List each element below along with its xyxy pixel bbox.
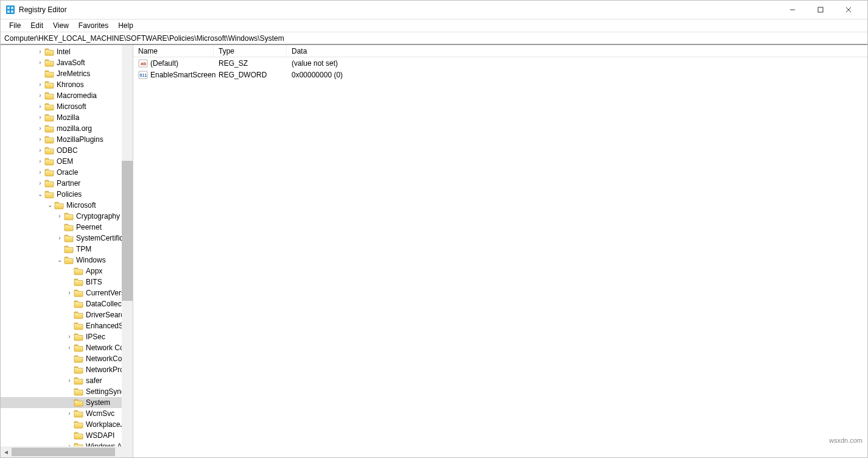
folder-icon [44, 179, 54, 188]
tree-item-network-co[interactable]: ›Network Co [1, 342, 133, 353]
tree-item-khronos[interactable]: ›Khronos [1, 79, 133, 90]
chevron-right-icon[interactable]: › [65, 289, 74, 297]
tree-item-label: Mozilla [57, 113, 79, 122]
chevron-right-icon[interactable]: › [36, 124, 44, 133]
tree-item-enhancedst[interactable]: EnhancedSt [1, 320, 133, 331]
tree-item-wcmsvc[interactable]: ›WcmSvc [1, 408, 133, 419]
chevron-right-icon[interactable]: › [65, 344, 74, 352]
menu-file[interactable]: File [4, 20, 26, 31]
tree-item-label: Intel [57, 48, 71, 56]
tree-item-jremetrics[interactable]: JreMetrics [1, 68, 133, 79]
value-row[interactable]: (Default)REG_SZ(value not set) [133, 57, 867, 69]
tree-item-datacollect[interactable]: DataCollect [1, 298, 133, 309]
tree-item-currentvers[interactable]: ›CurrentVers [1, 287, 133, 298]
tree-item-policies[interactable]: ⌄Policies [1, 189, 133, 200]
chevron-right-icon[interactable]: › [36, 102, 44, 111]
folder-icon [44, 190, 54, 199]
tree-item-mozilla-org[interactable]: ›mozilla.org [1, 123, 133, 134]
menu-edit[interactable]: Edit [26, 20, 48, 31]
menu-favorites[interactable]: Favorites [74, 20, 113, 31]
tree-item-driversearc[interactable]: DriverSearc [1, 309, 133, 320]
column-header-type[interactable]: Type [214, 45, 287, 57]
chevron-right-icon[interactable]: › [65, 409, 74, 418]
value-row[interactable]: EnableSmartScreenREG_DWORD0x00000000 (0) [133, 69, 867, 80]
chevron-right-icon[interactable]: › [36, 135, 44, 144]
tree-item-javasoft[interactable]: ›JavaSoft [1, 57, 133, 68]
tree-item-label: EnhancedSt [86, 322, 125, 330]
chevron-right-icon[interactable]: › [36, 91, 44, 100]
chevron-right-icon[interactable]: › [36, 80, 44, 89]
chevron-down-icon[interactable]: ⌄ [36, 190, 44, 199]
column-header-data[interactable]: Data [287, 45, 867, 57]
tree-item-networkco[interactable]: NetworkCo [1, 353, 133, 364]
chevron-down-icon[interactable]: ⌄ [46, 201, 54, 210]
maximize-button[interactable] [807, 1, 835, 19]
chevron-right-icon[interactable]: › [36, 113, 44, 122]
tree-item-networkpro[interactable]: NetworkPro [1, 364, 133, 375]
chevron-right-icon[interactable]: › [36, 58, 44, 67]
tree-item-mozillaplugins[interactable]: ›MozillaPlugins [1, 134, 133, 145]
folder-icon [74, 376, 83, 385]
folder-icon [64, 245, 74, 253]
folder-icon [44, 102, 54, 111]
tree-item-label: Macromedia [57, 91, 97, 100]
menu-view[interactable]: View [48, 20, 74, 31]
column-header-name[interactable]: Name [133, 45, 214, 57]
tree-item-ipsec[interactable]: ›IPSec [1, 331, 133, 342]
tree-vscrollbar-thumb[interactable] [122, 161, 133, 301]
tree-item-label: Peernet [76, 223, 102, 231]
tree-item-wsdapi[interactable]: WSDAPI [1, 430, 133, 441]
tree-item-system[interactable]: System [1, 397, 133, 408]
chevron-right-icon[interactable]: › [36, 179, 44, 188]
tree-item-oem[interactable]: ›OEM [1, 156, 133, 167]
chevron-right-icon[interactable]: › [36, 157, 44, 166]
tree-item-cryptography[interactable]: ›Cryptography [1, 211, 133, 222]
chevron-right-icon[interactable]: › [36, 168, 44, 177]
address-bar[interactable]: Computer\HKEY_LOCAL_MACHINE\SOFTWARE\Pol… [1, 32, 867, 46]
tree-hscrollbar[interactable]: ◂ ▸ [1, 446, 133, 457]
folder-icon [74, 431, 83, 440]
minimize-button[interactable] [779, 1, 807, 19]
tree-item-mozilla[interactable]: ›Mozilla [1, 112, 133, 123]
chevron-right-icon[interactable]: › [55, 212, 64, 220]
tree-item-bits[interactable]: BITS [1, 277, 133, 287]
tree-item-appx[interactable]: Appx [1, 266, 133, 277]
chevron-right-icon[interactable]: › [65, 376, 74, 385]
tree-item-workplacej[interactable]: WorkplaceJ [1, 419, 133, 430]
chevron-down-icon[interactable]: ⌄ [55, 256, 64, 264]
tree-item-partner[interactable]: ›Partner [1, 178, 133, 189]
tree-item-windows-adv[interactable]: ›Windows Adv [1, 441, 133, 446]
close-button[interactable] [835, 1, 863, 19]
folder-icon [74, 398, 83, 407]
hscroll-thumb[interactable] [12, 448, 115, 456]
value-type: REG_SZ [214, 59, 287, 68]
tree-view[interactable]: ›Intel›JavaSoftJreMetrics›Khronos›Macrom… [1, 45, 133, 446]
scroll-left-icon[interactable]: ◂ [1, 446, 12, 457]
chevron-right-icon[interactable]: › [36, 146, 44, 155]
tree-item-microsoft[interactable]: ›Microsoft [1, 101, 133, 112]
tree-item-intel[interactable]: ›Intel [1, 46, 133, 57]
tree-item-label: DriverSearc [86, 311, 124, 319]
tree-item-systemcertific[interactable]: ›SystemCertific [1, 233, 133, 244]
tree-item-settingsync[interactable]: SettingSync [1, 386, 133, 397]
tree-item-label: System [86, 398, 110, 407]
value-list-pane: Name Type Data (Default)REG_SZ(value not… [133, 45, 867, 457]
tree-item-tpm[interactable]: TPM [1, 244, 133, 255]
value-name: (Default) [150, 59, 178, 68]
tree-item-policies-microsoft[interactable]: ⌄Microsoft [1, 200, 133, 211]
tree-item-safer[interactable]: ›safer [1, 375, 133, 386]
tree-item-windows[interactable]: ⌄Windows [1, 255, 133, 266]
tree-item-peernet[interactable]: Peernet [1, 222, 133, 233]
folder-icon [44, 157, 54, 166]
value-type: REG_DWORD [214, 71, 287, 79]
chevron-right-icon[interactable]: › [55, 234, 64, 242]
tree-item-odbc[interactable]: ›ODBC [1, 145, 133, 156]
tree-item-oracle[interactable]: ›Oracle [1, 167, 133, 178]
chevron-right-icon[interactable]: › [36, 48, 44, 56]
chevron-right-icon[interactable]: › [65, 333, 74, 341]
tree-item-label: JavaSoft [57, 58, 85, 67]
tree-item-macromedia[interactable]: ›Macromedia [1, 90, 133, 101]
tree-item-label: Policies [57, 190, 82, 199]
menu-help[interactable]: Help [113, 20, 138, 31]
titlebar[interactable]: Registry Editor [1, 1, 867, 19]
